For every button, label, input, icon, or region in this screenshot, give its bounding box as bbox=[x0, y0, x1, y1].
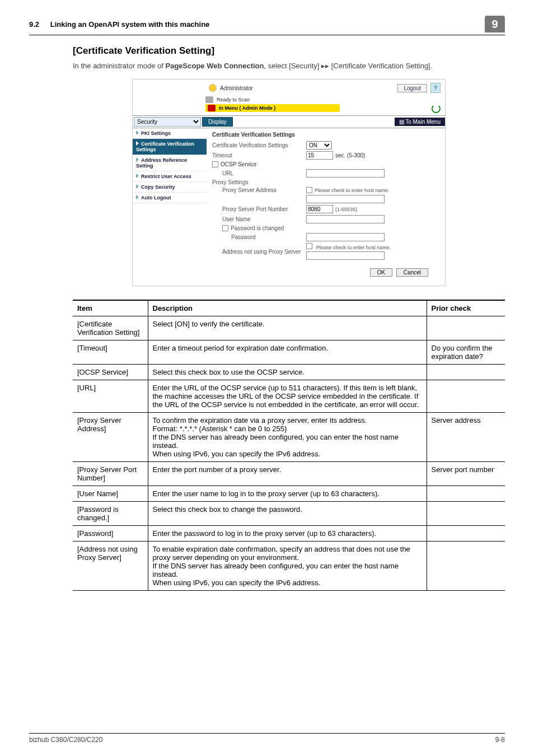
display-button[interactable]: Display bbox=[202, 117, 233, 127]
row-user-label: User Name bbox=[222, 216, 306, 222]
sidebar-item-cert-verif[interactable]: Certificate Verification Settings bbox=[133, 139, 207, 155]
row-pwd-label: Password bbox=[222, 234, 306, 240]
row-proxy-port-label: Proxy Server Port Number bbox=[222, 206, 306, 212]
cell-desc: To confirm the expiration date via a pro… bbox=[148, 413, 427, 462]
help-icon[interactable]: ? bbox=[430, 83, 441, 93]
ocsp-checkbox[interactable] bbox=[212, 161, 218, 167]
table-row: [User Name]Enter the user name to log in… bbox=[73, 486, 505, 502]
admin-icon bbox=[209, 84, 217, 92]
cell-item: [Proxy Server Port Number] bbox=[73, 462, 148, 486]
proxy-settings-header: Proxy Settings bbox=[212, 179, 439, 185]
cell-desc: Enter the port number of a proxy server. bbox=[148, 462, 427, 486]
cell-item: [Password] bbox=[73, 526, 148, 542]
url-input[interactable] bbox=[306, 169, 385, 178]
ok-button[interactable]: OK bbox=[370, 268, 392, 277]
row-addr-not-label: Address not using Proxy Server bbox=[222, 249, 306, 255]
pwd-changed-checkbox[interactable] bbox=[222, 225, 228, 231]
table-row: [Proxy Server Address]To confirm the exp… bbox=[73, 413, 505, 462]
timeout-suffix: sec. (5-300) bbox=[335, 152, 365, 158]
section-title: Linking an OpenAPI system with this mach… bbox=[50, 20, 210, 29]
cell-item: [OCSP Service] bbox=[73, 365, 148, 380]
sidebar-item-restrict[interactable]: Restrict User Access bbox=[133, 171, 207, 182]
cell-prior: Server address bbox=[427, 413, 505, 462]
addr-not-note: Please check to enter host name. bbox=[316, 245, 391, 250]
screenshot-panel: Administrator Logout ? Ready to Scan In … bbox=[132, 79, 446, 286]
sidebar-item-pki[interactable]: PKI Settings bbox=[133, 128, 207, 139]
refresh-icon[interactable] bbox=[432, 104, 441, 113]
password-input[interactable] bbox=[306, 233, 385, 241]
table-row: [Timeout]Enter a timeout period for expi… bbox=[73, 340, 505, 365]
th-item: Item bbox=[73, 300, 148, 316]
description-table: Item Description Prior check [Certificat… bbox=[73, 300, 505, 591]
cell-item: [Certificate Verification Setting] bbox=[73, 316, 148, 340]
category-select[interactable]: Security bbox=[134, 117, 201, 127]
cancel-button[interactable]: Cancel bbox=[396, 268, 428, 277]
to-main-menu-button[interactable]: ▤ To Main Menu bbox=[395, 118, 445, 126]
cell-desc: Enter the user name to log in to the pro… bbox=[148, 486, 427, 502]
proxy-port-suffix: (1-65535) bbox=[335, 207, 357, 212]
table-row: [OCSP Service]Select this check box to u… bbox=[73, 365, 505, 380]
cell-item: [Address not using Proxy Server] bbox=[73, 542, 148, 591]
addr-not-host-checkbox[interactable] bbox=[306, 243, 312, 249]
sidebar-item-copy-sec[interactable]: Copy Security bbox=[133, 182, 207, 193]
page-heading: [Certificate Verification Setting] bbox=[73, 45, 505, 57]
proxy-addr-host-checkbox[interactable] bbox=[306, 187, 312, 193]
cell-prior bbox=[427, 486, 505, 502]
cell-desc: Select [ON] to verify the certificate. bbox=[148, 316, 427, 340]
timeout-input[interactable] bbox=[306, 151, 333, 160]
cell-prior bbox=[427, 365, 505, 380]
status-mode: In Menu ( Admin Mode ) bbox=[219, 105, 275, 111]
addr-not-input[interactable] bbox=[306, 251, 385, 260]
proxy-addr-input[interactable] bbox=[306, 195, 385, 203]
chapter-badge: 9 bbox=[485, 16, 505, 32]
row-ocsp-label: OCSP Service bbox=[221, 161, 256, 167]
cell-item: [Proxy Server Address] bbox=[73, 413, 148, 462]
sidebar-item-addr-ref[interactable]: Address Reference Setting bbox=[133, 155, 207, 171]
th-desc: Description bbox=[148, 300, 427, 316]
cell-prior bbox=[427, 502, 505, 526]
proxy-addr-note: Please check to enter host name. bbox=[315, 188, 390, 193]
cell-desc: To enable expiration date confirmation, … bbox=[148, 542, 427, 591]
cell-desc: Enter the URL of the OCSP service (up to… bbox=[148, 380, 427, 413]
footer-left: bizhub C360/C280/C220 bbox=[29, 736, 102, 744]
cell-desc: Select this check box to use the OCSP se… bbox=[148, 365, 427, 380]
running-header: 9.2 Linking an OpenAPI system with this … bbox=[29, 16, 505, 35]
cell-prior: Do you confirm the expiration date? bbox=[427, 340, 505, 365]
table-row: [Password is changed.]Select this check … bbox=[73, 502, 505, 526]
row-cvs-label: Certificate Verification Settings bbox=[212, 142, 306, 148]
cell-desc: Select this check box to change the pass… bbox=[148, 502, 427, 526]
cell-item: [Timeout] bbox=[73, 340, 148, 365]
table-row: [Address not using Proxy Server]To enabl… bbox=[73, 542, 505, 591]
proxy-port-input[interactable] bbox=[306, 205, 333, 213]
row-proxy-addr-label: Proxy Server Address bbox=[222, 187, 306, 193]
table-row: [Certificate Verification Setting]Select… bbox=[73, 316, 505, 340]
sidebar: PKI Settings Certificate Verification Se… bbox=[133, 128, 207, 286]
cvs-select[interactable]: ON bbox=[306, 141, 332, 150]
mode-icon bbox=[208, 105, 216, 111]
footer-right: 9-8 bbox=[495, 736, 505, 744]
row-url-label: URL bbox=[222, 170, 306, 176]
row-pwd-chg-label: Password is changed bbox=[231, 225, 284, 231]
scan-icon bbox=[205, 96, 213, 103]
cell-item: [User Name] bbox=[73, 486, 148, 502]
th-prior: Prior check bbox=[427, 300, 505, 316]
user-name-input[interactable] bbox=[306, 215, 385, 223]
cell-prior: Server port number bbox=[427, 462, 505, 486]
table-row: [Proxy Server Port Number]Enter the port… bbox=[73, 462, 505, 486]
section-number: 9.2 bbox=[29, 20, 39, 29]
cell-prior bbox=[427, 526, 505, 542]
status-ready: Ready to Scan bbox=[217, 97, 250, 102]
logout-button[interactable]: Logout bbox=[397, 84, 427, 92]
admin-label: Administrator bbox=[220, 85, 253, 91]
main-title: Certificate Verification Settings bbox=[212, 132, 439, 138]
table-row: [Password]Enter the password to log in t… bbox=[73, 526, 505, 542]
cell-item: [Password is changed.] bbox=[73, 502, 148, 526]
table-row: [URL]Enter the URL of the OCSP service (… bbox=[73, 380, 505, 413]
cell-prior bbox=[427, 380, 505, 413]
cell-prior bbox=[427, 542, 505, 591]
intro-paragraph: In the administrator mode of PageScope W… bbox=[73, 61, 505, 71]
row-timeout-label: Timeout bbox=[212, 152, 306, 158]
page-footer: bizhub C360/C280/C220 9-8 bbox=[29, 733, 505, 744]
cell-desc: Enter the password to log in to the prox… bbox=[148, 526, 427, 542]
sidebar-item-auto-logout[interactable]: Auto Logout bbox=[133, 193, 207, 203]
